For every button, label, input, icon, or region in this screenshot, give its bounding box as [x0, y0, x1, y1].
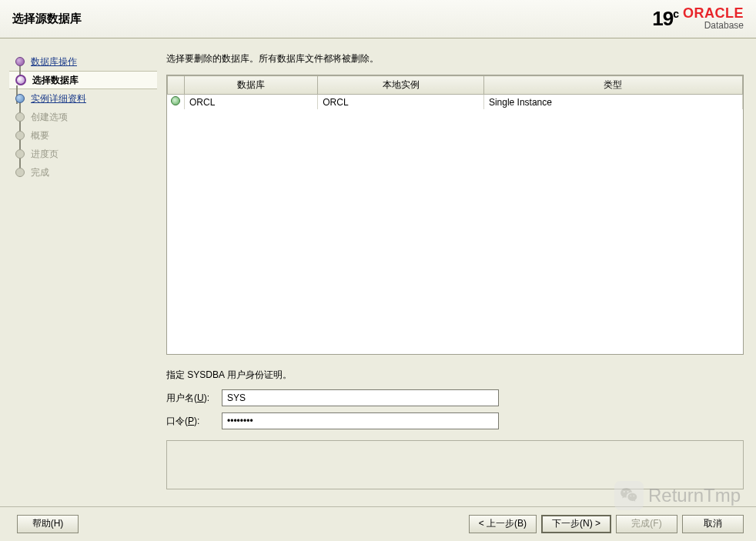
col-database: 数据库: [185, 76, 318, 95]
finish-button: 完成(F): [616, 515, 677, 533]
radio-selected-icon[interactable]: [171, 96, 180, 105]
step-progress: 进度页: [12, 145, 160, 163]
step-bullet-done-icon: [15, 57, 25, 66]
username-label: 用户名(U):: [166, 392, 222, 405]
credentials-section: 指定 SYSDBA 用户身份证明。 用户名(U): 口令(P):: [166, 369, 744, 436]
step-label: 完成: [31, 166, 49, 179]
main: 数据库操作 选择数据库 实例详细资料 创建选项 概要: [0, 38, 756, 506]
cell-database: ORCL: [185, 95, 318, 110]
step-label: 进度页: [31, 148, 59, 161]
cancel-button[interactable]: 取消: [682, 515, 744, 533]
page-title: 选择源数据库: [12, 12, 82, 26]
username-input[interactable]: [222, 389, 499, 406]
cell-local-instance: ORCL: [318, 95, 484, 110]
footer: 帮助(H) < 上一步(B) 下一步(N) > 完成(F) 取消: [0, 506, 756, 540]
oracle-logo: 19c ORACLE Database: [652, 6, 744, 31]
message-area: [166, 440, 744, 489]
logo-brand: ORACLE: [683, 6, 744, 20]
step-bullet-future-icon: [15, 112, 25, 122]
step-bullet-future-icon: [15, 168, 25, 177]
step-bullet-future-icon: [15, 149, 25, 159]
database-table: 数据库 本地实例 类型 ORCL ORCL Single Instance: [166, 75, 744, 355]
step-database-operation[interactable]: 数据库操作: [12, 52, 160, 71]
step-label: 选择数据库: [32, 74, 79, 87]
step-summary: 概要: [12, 126, 160, 145]
password-input[interactable]: [222, 412, 499, 429]
step-list: 数据库操作 选择数据库 实例详细资料 创建选项 概要: [12, 52, 160, 182]
step-create-options: 创建选项: [12, 108, 160, 126]
credentials-heading: 指定 SYSDBA 用户身份证明。: [166, 369, 744, 382]
content: 选择要删除的数据库。所有数据库文件都将被删除。 数据库 本地实例 类型 ORCL: [160, 38, 756, 506]
step-bullet-future-icon: [15, 131, 25, 140]
col-type: 类型: [483, 76, 742, 95]
password-label: 口令(P):: [166, 415, 222, 428]
header: 选择源数据库 19c ORACLE Database: [0, 0, 756, 38]
next-button[interactable]: 下一步(N) >: [541, 515, 611, 533]
logo-version: 19c: [652, 7, 678, 31]
step-bullet-future-icon: [15, 94, 25, 103]
step-bullet-current-icon: [15, 75, 26, 85]
step-select-database: 选择数据库: [9, 71, 157, 89]
back-button[interactable]: < 上一步(B): [469, 515, 537, 533]
step-label[interactable]: 实例详细资料: [31, 92, 86, 105]
logo-product: Database: [704, 20, 744, 31]
table-row[interactable]: ORCL ORCL Single Instance: [168, 95, 743, 110]
step-instance-details[interactable]: 实例详细资料: [12, 89, 160, 108]
step-finish: 完成: [12, 163, 160, 182]
step-label: 创建选项: [31, 111, 68, 124]
instruction-text: 选择要删除的数据库。所有数据库文件都将被删除。: [166, 52, 744, 65]
table-header-row: 数据库 本地实例 类型: [168, 76, 743, 95]
col-local-instance: 本地实例: [318, 76, 484, 95]
step-label: 概要: [31, 129, 49, 142]
help-button[interactable]: 帮助(H): [17, 515, 79, 533]
col-select: [168, 76, 185, 95]
sidebar: 数据库操作 选择数据库 实例详细资料 创建选项 概要: [0, 38, 160, 506]
step-label[interactable]: 数据库操作: [31, 55, 77, 68]
cell-type: Single Instance: [483, 95, 742, 110]
